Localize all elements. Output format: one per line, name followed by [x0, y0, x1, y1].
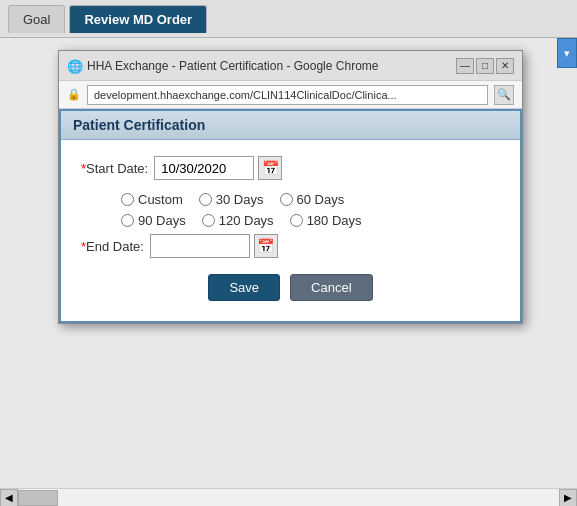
scroll-right-button[interactable]: ▶ — [559, 489, 577, 507]
chevron-down-icon: ▾ — [564, 47, 570, 60]
scroll-track[interactable] — [18, 489, 559, 507]
radio-item-60: 60 Days — [280, 192, 345, 207]
dropdown-arrow-button[interactable]: ▾ — [557, 38, 577, 68]
button-row: Save Cancel — [81, 274, 500, 301]
browser-titlebar: 🌐 HHA Exchange - Patient Certification -… — [59, 51, 522, 81]
top-navigation: Goal Review MD Order — [0, 0, 577, 38]
patient-certification-panel: Patient Certification *Start Date: 📅 — [59, 109, 522, 323]
start-date-input[interactable] — [154, 156, 254, 180]
minimize-button[interactable]: — — [456, 58, 474, 74]
window-controls: — □ ✕ — [456, 58, 514, 74]
end-date-calendar-button[interactable]: 📅 — [254, 234, 278, 258]
search-button[interactable]: 🔍 — [494, 85, 514, 105]
radio-30days-label[interactable]: 30 Days — [216, 192, 264, 207]
nav-tab-review-md-order[interactable]: Review MD Order — [69, 5, 207, 33]
radio-row-1: Custom 30 Days 60 Days — [81, 192, 500, 207]
close-button[interactable]: ✕ — [496, 58, 514, 74]
radio-90days[interactable] — [121, 214, 134, 227]
calendar-icon: 📅 — [262, 160, 279, 176]
browser-window: 🌐 HHA Exchange - Patient Certification -… — [58, 50, 523, 324]
radio-90days-label[interactable]: 90 Days — [138, 213, 186, 228]
panel-header: Patient Certification — [61, 111, 520, 140]
radio-120days-label[interactable]: 120 Days — [219, 213, 274, 228]
calendar-icon-end: 📅 — [257, 238, 274, 254]
radio-120days[interactable] — [202, 214, 215, 227]
end-date-row: *End Date: 📅 — [81, 234, 500, 258]
scroll-left-button[interactable]: ◀ — [0, 489, 18, 507]
address-bar: 🔒 🔍 — [59, 81, 522, 109]
bottom-scrollbar: ◀ ▶ — [0, 488, 577, 506]
save-button[interactable]: Save — [208, 274, 280, 301]
end-date-input[interactable] — [150, 234, 250, 258]
cancel-button[interactable]: Cancel — [290, 274, 372, 301]
start-date-calendar-button[interactable]: 📅 — [258, 156, 282, 180]
radio-180days[interactable] — [290, 214, 303, 227]
panel-title: Patient Certification — [73, 117, 205, 133]
browser-content: Patient Certification *Start Date: 📅 — [59, 109, 522, 323]
radio-row-2: 90 Days 120 Days 180 Days — [81, 213, 500, 228]
radio-60days-label[interactable]: 60 Days — [297, 192, 345, 207]
address-input[interactable] — [87, 85, 488, 105]
browser-app-icon: 🌐 — [67, 59, 81, 73]
radio-180days-label[interactable]: 180 Days — [307, 213, 362, 228]
radio-item-30: 30 Days — [199, 192, 264, 207]
panel-body: *Start Date: 📅 Custom — [61, 140, 520, 321]
lock-icon: 🔒 — [67, 88, 81, 101]
scroll-thumb[interactable] — [18, 490, 58, 506]
radio-custom-label[interactable]: Custom — [138, 192, 183, 207]
browser-title: HHA Exchange - Patient Certification - G… — [87, 59, 450, 73]
radio-60days[interactable] — [280, 193, 293, 206]
radio-30days[interactable] — [199, 193, 212, 206]
radio-item-180: 180 Days — [290, 213, 362, 228]
search-icon: 🔍 — [497, 88, 511, 101]
end-date-label: *End Date: — [81, 239, 144, 254]
radio-custom[interactable] — [121, 193, 134, 206]
main-background: Goal Review MD Order ▾ 🌐 HHA Exchange - … — [0, 0, 577, 506]
nav-tab-goal[interactable]: Goal — [8, 5, 65, 33]
radio-item-90: 90 Days — [121, 213, 186, 228]
maximize-button[interactable]: □ — [476, 58, 494, 74]
start-date-row: *Start Date: 📅 — [81, 156, 500, 180]
left-arrow-icon: ◀ — [5, 492, 13, 503]
right-arrow-icon: ▶ — [564, 492, 572, 503]
start-date-label: *Start Date: — [81, 161, 148, 176]
radio-item-120: 120 Days — [202, 213, 274, 228]
radio-item-custom: Custom — [121, 192, 183, 207]
